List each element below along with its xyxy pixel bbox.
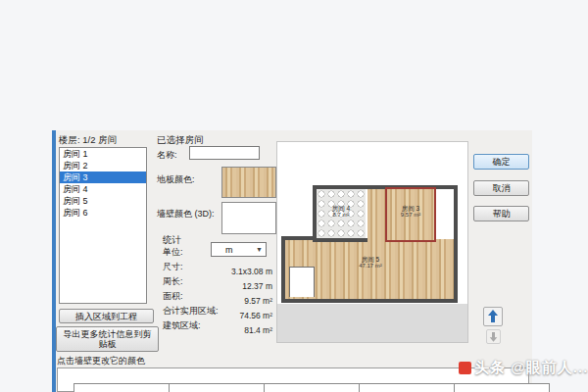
ok-button[interactable]: 确定 <box>473 154 529 170</box>
plan-wall-tiled-left[interactable] <box>313 185 317 242</box>
wall-color-cell[interactable] <box>264 383 360 392</box>
floor-plan-canvas[interactable]: 房间 4 8.7 m² 房间 3 9.57 m² 房间 5 47.17 m² <box>276 141 468 343</box>
plan-room-strip[interactable] <box>368 189 385 240</box>
room-area: 9.57 m² <box>401 212 420 219</box>
plan-wall-right[interactable] <box>454 185 458 303</box>
up-arrow-icon <box>487 310 499 323</box>
cancel-button[interactable]: 取消 <box>473 180 529 196</box>
unit-select-value: m <box>225 245 233 255</box>
wall-color-cell[interactable] <box>74 383 170 392</box>
stat-label: 建筑区域: <box>163 319 201 332</box>
wall-color-cell[interactable] <box>454 383 550 392</box>
floor-color-label: 地板颜色: <box>157 173 195 186</box>
room-list-item[interactable]: 房间 4 <box>60 183 146 195</box>
plan-room-tiled-label: 房间 4 8.7 m² <box>332 205 350 219</box>
stat-row-building-area: 建筑区域: 81.4 m² <box>163 319 272 333</box>
insert-area-button[interactable]: 插入区域到工程 <box>59 309 154 323</box>
room-name: 房间 4 <box>332 205 350 212</box>
stat-row-perimeter: 周长: 12.37 m <box>163 275 272 289</box>
chevron-down-icon: ▼ <box>256 246 263 253</box>
room-name-input[interactable] <box>189 146 260 160</box>
move-up-button[interactable] <box>483 307 503 326</box>
stat-row-area: 面积: 9.57 m² <box>163 290 272 304</box>
stat-label: 尺寸: <box>163 261 183 273</box>
dialog-left-edge <box>52 130 56 392</box>
help-button[interactable]: 帮助 <box>473 206 529 221</box>
floor-color-swatch[interactable] <box>221 167 276 198</box>
plan-wall-left[interactable] <box>281 236 285 303</box>
room-list-header: 楼层: 1/2 房间 <box>59 134 117 147</box>
toutiao-logo-icon <box>459 362 471 374</box>
export-statistics-button[interactable]: 导出更多统计信息到剪贴板 <box>56 326 159 352</box>
stat-value: 81.4 m² <box>244 325 272 335</box>
stat-label: 合计实用区域: <box>163 305 219 318</box>
room-list-item[interactable]: 房间 6 <box>60 207 146 219</box>
plan-recess <box>289 267 315 297</box>
wall-color-cell[interactable] <box>169 383 265 392</box>
plan-outside-area <box>277 304 467 343</box>
room-list-item-selected[interactable]: 房间 3 <box>60 172 146 183</box>
unit-select[interactable]: m ▼ <box>211 242 267 257</box>
plan-wall-tiled-bottom[interactable] <box>313 238 368 242</box>
wall-color-swatch[interactable] <box>221 202 276 234</box>
plan-room-selected-label: 房间 3 9.57 m² <box>401 205 420 219</box>
stat-row-usable-area: 合计实用区域: 74.56 m² <box>163 305 272 318</box>
footer-hint: 点击墙壁更改它的颜色 <box>57 355 145 368</box>
name-label: 名称: <box>157 149 177 162</box>
room-name: 房间 3 <box>401 205 420 212</box>
room-list-item[interactable]: 房间 1 <box>60 148 146 160</box>
stat-label: 面积: <box>163 290 183 303</box>
room-name: 房间 5 <box>359 256 382 263</box>
down-arrow-icon <box>489 331 498 342</box>
room-list-item[interactable]: 房间 5 <box>60 195 146 207</box>
room-listbox[interactable]: 房间 1 房间 2 房间 3 房间 4 房间 5 房间 6 <box>59 147 147 304</box>
room-list-item[interactable]: 房间 2 <box>60 160 146 172</box>
wall-color-label: 墙壁颜色 (3D): <box>157 208 215 220</box>
plan-wall-step[interactable] <box>281 236 317 240</box>
wall-color-cell[interactable] <box>359 383 455 392</box>
unit-label: 单位: <box>163 246 183 259</box>
room-area: 47.17 m² <box>359 263 382 270</box>
stat-row-size: 尺寸: 3.1x3.08 m <box>163 261 272 274</box>
watermark-text: 头条 @眼前人... <box>474 359 588 377</box>
wall-color-cells <box>74 383 549 392</box>
watermark: 头条 @眼前人... <box>459 359 588 377</box>
stat-label: 周长: <box>163 275 183 288</box>
room-area: 8.7 m² <box>332 212 350 219</box>
move-down-button[interactable] <box>486 329 501 344</box>
screenshot-root: 楼层: 1/2 房间 房间 1 房间 2 房间 3 房间 4 房间 5 房间 6… <box>0 0 588 392</box>
plan-room-large-label: 房间 5 47.17 m² <box>359 256 382 270</box>
plan-wall-bottom[interactable] <box>281 299 458 303</box>
